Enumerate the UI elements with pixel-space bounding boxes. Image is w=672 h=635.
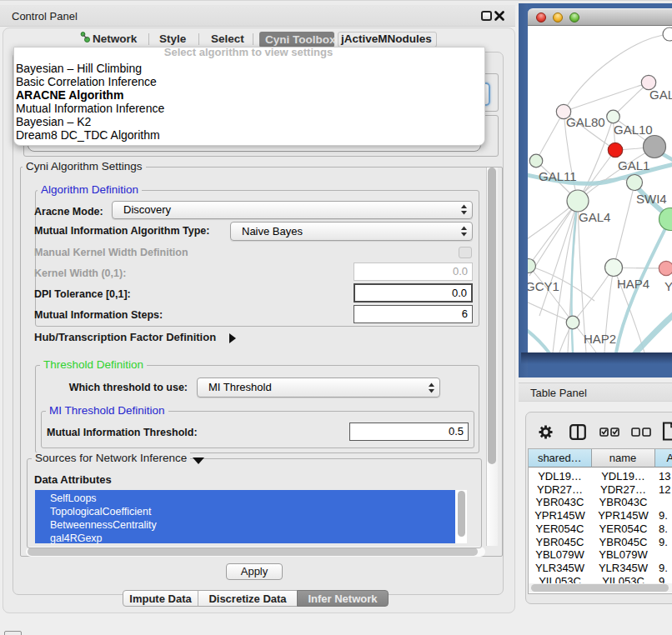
svg-text:HAP2: HAP2 [584,332,616,346]
svg-text:HAP4: HAP4 [617,277,649,291]
svg-text:YK: YK [664,279,672,293]
svg-text:SWI4: SWI4 [636,192,667,206]
svg-text:GAL80: GAL80 [566,115,605,129]
svg-text:GCY1: GCY1 [528,279,559,293]
svg-text:GAL10: GAL10 [614,122,653,137]
svg-text:GAL4: GAL4 [579,210,610,224]
svg-text:GAL1: GAL1 [618,158,649,172]
svg-text:GAL: GAL [649,88,672,102]
svg-text:GAL11: GAL11 [539,169,577,183]
